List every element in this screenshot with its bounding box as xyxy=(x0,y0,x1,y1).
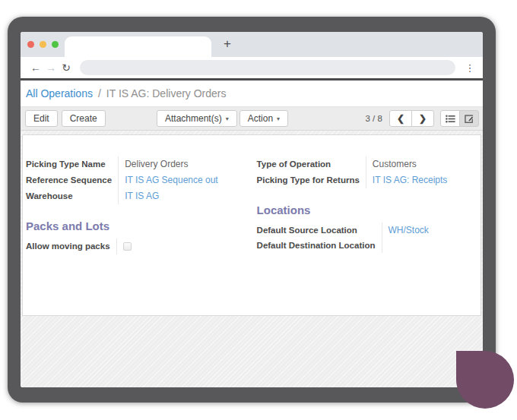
view-switcher xyxy=(440,110,479,127)
default-destination-location-value[interactable] xyxy=(382,238,473,253)
screenshot-stage: + ← → ↻ ⋮ All Operations / IT IS AG: Del… xyxy=(0,0,517,420)
warehouse-label: Warehouse xyxy=(26,188,119,204)
pager-and-views: 3 / 8 ❮ ❯ xyxy=(365,110,479,127)
action-dropdown[interactable]: Action ▾ xyxy=(239,110,288,127)
allow-moving-packs-checkbox[interactable] xyxy=(123,242,132,251)
maximize-window-button[interactable] xyxy=(52,41,59,48)
edit-form-icon xyxy=(465,114,474,123)
pager-buttons: ❮ ❯ xyxy=(389,110,434,127)
odoo-page: All Operations / IT IS AG: Delivery Orde… xyxy=(21,81,483,387)
field-group-packs: Allow moving packs xyxy=(26,238,208,254)
field-group-main-right: Type of Operation Customers Picking Type… xyxy=(257,156,458,188)
reference-sequence-label: Reference Sequence xyxy=(26,172,119,188)
reload-icon[interactable]: ↻ xyxy=(59,62,74,74)
edit-button[interactable]: Edit xyxy=(25,110,58,127)
pager-counter: 3 / 8 xyxy=(365,114,382,123)
section-title-locations: Locations xyxy=(257,204,473,216)
form-sheet: Picking Type Name Delivery Orders Refere… xyxy=(22,134,481,316)
record-buttons: Edit Create xyxy=(25,110,106,127)
chevron-down-icon: ▾ xyxy=(226,115,229,122)
field-group-main-left: Picking Type Name Delivery Orders Refere… xyxy=(26,156,218,204)
list-icon xyxy=(446,115,455,123)
back-icon[interactable]: ← xyxy=(28,62,43,74)
field-row: Type of Operation Customers xyxy=(257,156,458,172)
form-right-column: Type of Operation Customers Picking Type… xyxy=(249,156,473,254)
window-controls xyxy=(27,41,59,48)
allow-moving-packs-cell xyxy=(116,238,208,254)
breadcrumb-parent-link[interactable]: All Operations xyxy=(26,87,93,99)
default-destination-location-label: Default Destination Location xyxy=(257,238,382,253)
default-source-location-link[interactable]: WH/Stock xyxy=(382,223,473,238)
minimize-window-button[interactable] xyxy=(40,41,46,48)
browser-tab[interactable] xyxy=(65,36,211,57)
create-button[interactable]: Create xyxy=(62,110,106,127)
type-of-operation-value: Customers xyxy=(366,156,457,172)
field-row: Picking Type Name Delivery Orders xyxy=(26,156,218,172)
browser-address-bar: ← → ↻ ⋮ xyxy=(21,57,483,78)
browser-menu-icon[interactable]: ⋮ xyxy=(465,62,475,74)
warehouse-link[interactable]: IT IS AG xyxy=(119,188,218,204)
browser-tab-bar: + xyxy=(21,32,483,57)
close-window-button[interactable] xyxy=(27,41,34,48)
reference-sequence-link[interactable]: IT IS AG Sequence out xyxy=(119,172,218,188)
picking-type-name-value: Delivery Orders xyxy=(119,156,218,172)
pager-previous-button[interactable]: ❮ xyxy=(389,110,412,127)
form-left-column: Picking Type Name Delivery Orders Refere… xyxy=(26,156,249,254)
field-row: Default Source Location WH/Stock xyxy=(257,223,473,238)
control-bar: Edit Create Attachment(s) ▾ Action ▾ 3 /… xyxy=(21,106,483,131)
field-group-locations: Default Source Location WH/Stock Default… xyxy=(257,223,473,253)
attachments-dropdown[interactable]: Attachment(s) ▾ xyxy=(157,110,237,127)
allow-moving-packs-label: Allow moving packs xyxy=(26,238,116,254)
section-title-packs-and-lots: Packs and Lots xyxy=(26,219,249,232)
browser-window: + ← → ↻ ⋮ All Operations / IT IS AG: Del… xyxy=(21,32,483,387)
picking-type-for-returns-label: Picking Type for Returns xyxy=(257,172,366,188)
field-row: Allow moving packs xyxy=(26,238,208,254)
attachments-label: Attachment(s) xyxy=(165,113,222,124)
form-view-button[interactable] xyxy=(459,110,479,127)
field-row: Warehouse IT IS AG xyxy=(26,188,218,204)
new-tab-button[interactable]: + xyxy=(219,34,236,54)
list-view-button[interactable] xyxy=(440,110,460,127)
url-input[interactable] xyxy=(80,60,455,75)
breadcrumb-separator: / xyxy=(98,87,101,99)
plus-icon: + xyxy=(224,36,231,52)
action-buttons: Attachment(s) ▾ Action ▾ xyxy=(157,110,288,127)
breadcrumb-current: IT IS AG: Delivery Orders xyxy=(106,87,227,99)
field-row: Default Destination Location xyxy=(257,238,473,253)
picking-type-for-returns-link[interactable]: IT IS AG: Receipts xyxy=(366,172,457,188)
field-row: Picking Type for Returns IT IS AG: Recei… xyxy=(257,172,458,188)
action-label: Action xyxy=(248,113,273,124)
field-row: Reference Sequence IT IS AG Sequence out xyxy=(26,172,218,188)
default-source-location-label: Default Source Location xyxy=(257,223,382,238)
breadcrumb: All Operations / IT IS AG: Delivery Orde… xyxy=(21,81,483,106)
picking-type-name-label: Picking Type Name xyxy=(26,156,119,172)
decorative-corner-shape xyxy=(456,351,514,409)
chevron-down-icon: ▾ xyxy=(277,115,280,122)
form-view-background: Picking Type Name Delivery Orders Refere… xyxy=(21,131,483,387)
pager-next-button[interactable]: ❯ xyxy=(411,110,434,127)
type-of-operation-label: Type of Operation xyxy=(257,156,366,172)
forward-icon[interactable]: → xyxy=(43,62,59,74)
